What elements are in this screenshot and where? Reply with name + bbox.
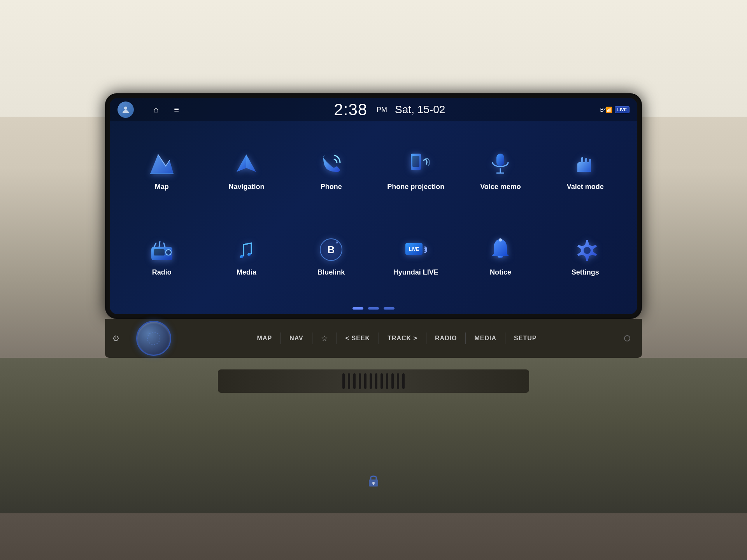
volume-knob[interactable]	[136, 321, 171, 356]
hyundai-live-label: Hyundai LIVE	[393, 268, 438, 277]
clock-date: Sat, 15-02	[395, 103, 445, 116]
app-media[interactable]: Media	[206, 215, 287, 296]
dashboard: ⌂ ≡ 2:38 PM Sat, 15-02 B²📶 LIVE	[0, 0, 747, 560]
app-valet-mode[interactable]: Valet mode	[545, 129, 626, 211]
screen-bezel: ⌂ ≡ 2:38 PM Sat, 15-02 B²📶 LIVE	[105, 93, 642, 319]
page-dot-1[interactable]	[352, 307, 363, 310]
app-phone-projection[interactable]: Phone projection	[375, 129, 456, 211]
settings-icon	[570, 234, 601, 265]
map-button[interactable]: MAP	[249, 335, 281, 342]
phone-label: Phone	[321, 183, 342, 191]
app-hyundai-live[interactable]: LIVE Hyundai LIVE	[375, 215, 456, 296]
notice-icon	[485, 234, 516, 265]
media-label: Media	[237, 268, 256, 277]
svg-rect-8	[154, 249, 165, 256]
map-icon	[146, 149, 177, 180]
media-icon	[231, 234, 262, 265]
svg-point-16	[584, 247, 591, 254]
signal-icon: B²📶	[600, 107, 612, 113]
phone-projection-icon	[400, 149, 431, 180]
app-phone[interactable]: Phone	[291, 129, 372, 211]
clock-time: 2:38	[334, 100, 367, 119]
app-grid: Map	[110, 121, 637, 304]
voice-memo-icon	[485, 149, 516, 180]
navigation-label: Navigation	[228, 183, 264, 191]
radio-button[interactable]: RADIO	[426, 335, 466, 342]
app-navigation[interactable]: Navigation	[206, 129, 287, 211]
valet-mode-label: Valet mode	[567, 183, 604, 191]
svg-point-17	[147, 332, 160, 345]
app-radio[interactable]: Radio	[121, 215, 202, 296]
physical-controls: ⏻ MAP NAV ☆ < SEEK TRACK > RADIO MEDIA	[105, 319, 642, 358]
radio-icon	[146, 234, 177, 265]
svg-text:B: B	[328, 244, 335, 256]
seek-button[interactable]: < SEEK	[337, 335, 379, 342]
nav-button[interactable]: NAV	[281, 335, 312, 342]
infotainment-screen: ⌂ ≡ 2:38 PM Sat, 15-02 B²📶 LIVE	[110, 98, 637, 314]
svg-rect-3	[412, 156, 419, 167]
navigation-icon	[231, 149, 262, 180]
app-voice-memo[interactable]: Voice memo	[460, 129, 541, 211]
app-settings[interactable]: Settings	[545, 215, 626, 296]
map-label: Map	[155, 183, 169, 191]
vent-slot	[359, 373, 361, 389]
vent-slot	[342, 373, 345, 389]
bottom-panel	[0, 358, 747, 513]
home-icon[interactable]: ⌂	[153, 105, 158, 115]
svg-text:°: °	[336, 241, 338, 247]
svg-marker-1	[150, 154, 174, 174]
setup-button[interactable]: SETUP	[505, 335, 545, 342]
bluelink-label: Bluelink	[317, 268, 345, 277]
page-dot-2[interactable]	[368, 307, 379, 310]
hyundai-live-icon: LIVE	[400, 234, 431, 265]
app-map[interactable]: Map	[121, 129, 202, 211]
vent-slot	[364, 373, 366, 389]
vent-slot	[370, 373, 372, 389]
svg-point-9	[166, 250, 171, 255]
svg-point-15	[499, 238, 502, 242]
track-button[interactable]: TRACK >	[379, 335, 426, 342]
app-notice[interactable]: Notice	[460, 215, 541, 296]
vent-slot	[375, 373, 377, 389]
bluelink-icon: B °	[316, 234, 347, 265]
lock-icon[interactable]	[366, 473, 381, 490]
svg-point-0	[124, 107, 127, 110]
app-bluelink[interactable]: B ° Bluelink	[291, 215, 372, 296]
vent-slot	[386, 373, 388, 389]
radio-label: Radio	[152, 268, 172, 277]
svg-rect-4	[496, 154, 504, 166]
vent-slot	[402, 373, 405, 389]
indicator-dot	[624, 335, 630, 341]
vent-slots	[218, 369, 529, 393]
live-badge: LIVE	[615, 106, 630, 113]
vent-slot	[397, 373, 399, 389]
page-indicators	[110, 304, 637, 314]
vent-slot	[381, 373, 383, 389]
phone-icon	[316, 149, 347, 180]
voice-memo-label: Voice memo	[480, 183, 521, 191]
signal-area: B²📶 LIVE	[600, 106, 630, 113]
status-bar: ⌂ ≡ 2:38 PM Sat, 15-02 B²📶 LIVE	[110, 98, 637, 121]
menu-icon[interactable]: ≡	[174, 105, 179, 115]
power-icon[interactable]: ⏻	[113, 335, 119, 342]
svg-text:LIVE: LIVE	[409, 247, 419, 252]
settings-label: Settings	[572, 268, 599, 277]
phone-projection-label: Phone projection	[387, 183, 444, 191]
vent-slot	[353, 373, 356, 389]
valet-mode-icon	[570, 149, 601, 180]
avatar[interactable]	[117, 102, 134, 118]
vent-slot	[391, 373, 394, 389]
vent-slot	[348, 373, 350, 389]
clock-ampm: PM	[377, 106, 387, 114]
clock-area: 2:38 PM Sat, 15-02	[179, 100, 600, 119]
notice-label: Notice	[490, 268, 511, 277]
media-button[interactable]: MEDIA	[466, 335, 505, 342]
favorite-icon[interactable]: ☆	[312, 334, 337, 343]
page-dot-3[interactable]	[384, 307, 395, 310]
